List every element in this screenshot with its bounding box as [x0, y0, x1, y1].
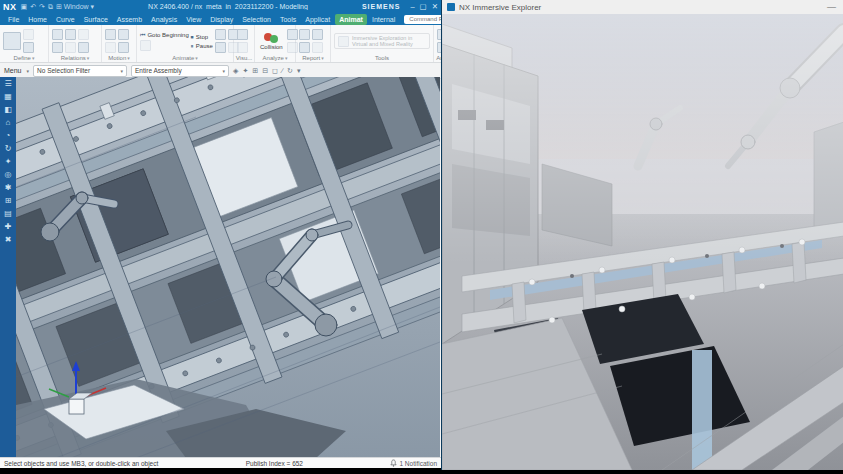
select-all-icon[interactable]: ⊞ — [252, 67, 258, 75]
relations-icon-2[interactable] — [65, 29, 76, 40]
tab-analysis[interactable]: Analysis — [147, 14, 181, 25]
report-icon-2[interactable] — [312, 29, 323, 40]
command-finder[interactable] — [404, 15, 441, 24]
tab-curve[interactable]: Curve — [52, 14, 79, 25]
redo-icon[interactable]: ↷ — [39, 3, 45, 11]
window-title: NX 2406.400 / nx_meta_in_2023112200 - Mo… — [98, 3, 358, 10]
animate-disabled-button-1[interactable] — [140, 40, 189, 51]
assembly-navigator-icon[interactable]: ☰ — [4, 80, 11, 88]
visualize-icon-2[interactable] — [237, 42, 248, 53]
history-icon[interactable]: ↻ — [5, 145, 12, 153]
cad-viewport[interactable] — [16, 77, 441, 458]
relations-icon-4[interactable] — [52, 42, 63, 53]
main-area: ☰ ▦ ◧ ⌂ ◔ ↻ ✦ ◎ ✱ ⊞ ▤ ✚ ✖ — [0, 77, 441, 458]
report-icon-4[interactable] — [312, 42, 323, 53]
part-navigator-icon[interactable]: ◧ — [4, 106, 12, 114]
publish-index: Publish Index = 652 — [166, 460, 382, 467]
status-bar: Select objects and use MB3, or double-cl… — [0, 457, 441, 468]
selection-filter-dropdown[interactable]: No Selection Filter▾ — [33, 65, 127, 77]
motion-icon-2[interactable] — [118, 29, 129, 40]
animation-navigator-icon[interactable]: ✚ — [5, 223, 12, 231]
relations-icon-1[interactable] — [52, 29, 63, 40]
collision-button[interactable]: Collision — [258, 32, 285, 50]
roles-icon[interactable]: ✱ — [5, 184, 12, 192]
copy-icon[interactable]: ⧉ — [48, 3, 53, 11]
goto-beginning-button[interactable]: ⏮Goto Beginning — [140, 31, 189, 39]
immersive-explorer-window: NX Immersive Explorer — — [441, 0, 843, 470]
maximize-button[interactable]: ▢ — [420, 2, 427, 11]
save-icon[interactable]: ▣ — [21, 3, 28, 11]
define-icon-1[interactable] — [23, 29, 34, 40]
tab-internal[interactable]: Internal — [368, 14, 399, 25]
ribbon-group-define: Define▾ — [0, 25, 49, 62]
selection-scope-dropdown[interactable]: Entire Assembly▾ — [131, 65, 229, 77]
stop-button[interactable]: ⏹Stop — [191, 33, 213, 41]
ribbon-group-visualize: Visu... — [234, 25, 255, 62]
sequence-navigator-icon[interactable]: ▤ — [4, 210, 12, 218]
pause-button[interactable]: ⏸Pause — [191, 42, 213, 50]
view-manager-icon[interactable]: ◔ — [6, 132, 11, 140]
define-icon-2[interactable] — [23, 42, 34, 53]
more-icon[interactable]: ▾ — [297, 67, 301, 75]
reuse-library-icon[interactable]: ⌂ — [6, 119, 11, 127]
analyze-icon-2[interactable] — [287, 42, 298, 53]
touch-mode-icon[interactable]: ✖ — [5, 236, 12, 244]
siemens-logo: SIEMENS — [362, 3, 401, 10]
ribbon-group-tools: Immersive Exploration in Virtual and Mix… — [331, 25, 434, 62]
report-icon-1[interactable] — [299, 29, 310, 40]
visualize-icon-1[interactable] — [237, 29, 248, 40]
minimize-button[interactable]: – — [410, 2, 414, 11]
bell-icon — [390, 459, 397, 467]
ribbon-group-animation: Anima...▾ — [434, 25, 441, 62]
render-scene — [442, 14, 843, 470]
undo-icon[interactable]: ↶ — [30, 3, 36, 11]
motion-icon-1[interactable] — [105, 29, 116, 40]
tab-view[interactable]: View — [182, 14, 205, 25]
motion-icon-4[interactable] — [118, 42, 129, 53]
animate-icon-3[interactable] — [215, 42, 226, 53]
render-viewport[interactable] — [442, 14, 843, 470]
tab-animation-active[interactable]: Animat — [335, 14, 367, 25]
define-main-icon[interactable] — [3, 32, 21, 50]
tab-display[interactable]: Display — [206, 14, 237, 25]
snap-point-icon[interactable]: ◈ — [233, 67, 238, 75]
highlight-icon[interactable]: ✦ — [242, 67, 248, 75]
web-browser-icon[interactable]: ◎ — [5, 171, 12, 179]
notification-area[interactable]: 1 Notification — [390, 459, 437, 467]
close-button[interactable]: ✕ — [432, 2, 438, 11]
animate-icon-1[interactable] — [215, 29, 226, 40]
system-materials-icon[interactable]: ⊞ — [5, 197, 12, 205]
command-finder-input[interactable] — [407, 15, 441, 23]
report-icon-3[interactable] — [299, 42, 310, 53]
ribbon-group-relations: Relations▾ — [49, 25, 102, 62]
constraint-navigator-icon[interactable]: ▦ — [4, 93, 12, 101]
collision-icon — [264, 32, 278, 44]
ix-minimize-button[interactable]: — — [824, 2, 839, 12]
motion-icon-3[interactable] — [105, 42, 116, 53]
relations-icon-5[interactable] — [65, 42, 76, 53]
ribbon-group-analyze: Collision Analyze▾ — [255, 25, 296, 62]
tab-home[interactable]: Home — [24, 14, 51, 25]
menu-button[interactable]: Menu▾ — [4, 67, 29, 74]
relations-icon-3[interactable] — [78, 29, 89, 40]
tab-selection[interactable]: Selection — [238, 14, 275, 25]
filter-face-icon[interactable]: ◻ — [272, 67, 278, 75]
tab-application[interactable]: Applicat — [301, 14, 334, 25]
tab-file[interactable]: File — [4, 14, 23, 25]
ix-titlebar: NX Immersive Explorer — — [442, 0, 843, 15]
relations-icon-6[interactable] — [78, 42, 89, 53]
ribbon: Define▾ Relations▾ Motion▾ ⏮Goto Beginni… — [0, 25, 441, 63]
tab-surface[interactable]: Surface — [80, 14, 112, 25]
process-navigator-icon[interactable]: ✦ — [5, 158, 12, 166]
quick-access-toolbar: ▣ ↶ ↷ ⧉ ⊞ Window ▾ — [21, 3, 95, 11]
ribbon-tabstrip: File Home Curve Surface Assemb Analysis … — [0, 13, 441, 25]
deselect-icon[interactable]: ⊟ — [262, 67, 268, 75]
immersive-exploration-button[interactable]: Immersive Exploration in Virtual and Mix… — [334, 33, 430, 49]
tab-assemblies[interactable]: Assemb — [113, 14, 146, 25]
tab-tools[interactable]: Tools — [276, 14, 300, 25]
window-menu[interactable]: ⊞ Window ▾ — [56, 3, 94, 11]
titlebar: NX ▣ ↶ ↷ ⧉ ⊞ Window ▾ NX 2406.400 / nx_m… — [0, 0, 441, 13]
cad-scene — [16, 77, 440, 458]
refresh-icon[interactable]: ↻ — [287, 67, 293, 75]
filter-edge-icon[interactable]: ∕ — [282, 67, 283, 75]
